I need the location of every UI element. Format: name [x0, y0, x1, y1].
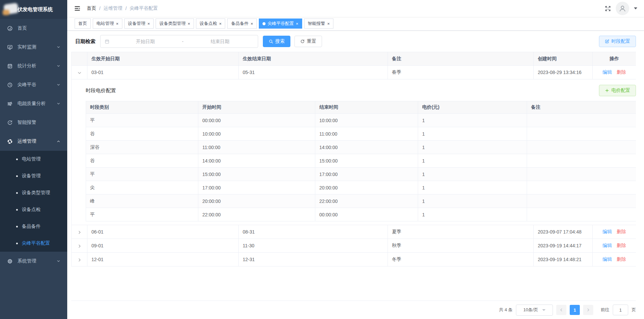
date-search-label: 日期检索: [75, 38, 95, 45]
edit-link[interactable]: 编辑: [603, 256, 612, 262]
sidebar-item-device-inspection[interactable]: 设备点检: [0, 201, 67, 218]
main-area: 首页 / 运维管理 / 尖峰平谷配置 首页 电站管理× 设备管理× 设备类型管理…: [67, 0, 644, 319]
prev-page-button[interactable]: [556, 305, 566, 315]
add-price-config-button[interactable]: 电价配置: [599, 85, 636, 96]
close-icon[interactable]: ×: [116, 22, 119, 26]
close-icon[interactable]: ×: [327, 22, 330, 26]
tab-label: 设备点检: [200, 21, 217, 27]
calendar-icon: [105, 39, 110, 44]
sidebar-item-system-management[interactable]: 系统管理: [0, 252, 67, 271]
monitor-icon: [7, 44, 13, 50]
sidebar-item-power-quality[interactable]: 电能质量分析: [0, 94, 67, 113]
close-icon[interactable]: ×: [219, 22, 222, 26]
table-row: 峰20:00:0022:00:001: [86, 194, 636, 208]
tab-device-management[interactable]: 设备管理×: [124, 19, 154, 29]
sidebar-item-label: 电站管理: [22, 156, 41, 162]
start-date-input[interactable]: [112, 39, 179, 44]
date-range-picker[interactable]: -: [100, 35, 258, 48]
delete-link[interactable]: 删除: [617, 229, 626, 234]
close-icon[interactable]: ×: [296, 22, 298, 26]
tab-smart-alarm[interactable]: 智能报警×: [304, 19, 334, 29]
sidebar-item-label: 运维管理: [17, 138, 36, 144]
pagination-total: 共 4 条: [499, 307, 513, 313]
close-icon[interactable]: ×: [188, 22, 190, 26]
fullscreen-icon[interactable]: [605, 5, 611, 12]
bullet-icon: [16, 226, 18, 227]
sidebar-item-home[interactable]: 首页: [0, 19, 67, 38]
tags-view: 首页 电站管理× 设备管理× 设备类型管理× 设备点检× 备品备件× 尖峰平谷配…: [67, 17, 644, 31]
page-size-select[interactable]: 10条/页: [516, 305, 553, 316]
col-header-period-type: 时段类别: [86, 101, 198, 114]
sidebar-item-device-type-management[interactable]: 设备类型管理: [0, 184, 67, 201]
sidebar-item-peak-valley[interactable]: 尖峰平谷: [0, 75, 67, 94]
search-button-label: 搜索: [275, 38, 285, 44]
cell-note: [527, 127, 636, 141]
edit-link[interactable]: 编辑: [603, 229, 612, 234]
expand-row-button[interactable]: [72, 66, 87, 79]
col-header-price: 电价(元): [418, 101, 527, 114]
sidebar-item-realtime-monitor[interactable]: 实时监测: [0, 38, 67, 57]
sidebar-item-label: 实时监测: [17, 44, 36, 50]
sidebar-item-ops-management[interactable]: 运维管理: [0, 132, 67, 151]
delete-link[interactable]: 删除: [617, 69, 626, 75]
sidebar-item-station-management[interactable]: 电站管理: [0, 151, 67, 168]
close-icon[interactable]: ×: [148, 22, 150, 26]
sidebar-item-spare-parts[interactable]: 备品备件: [0, 218, 67, 235]
tab-device-type-management[interactable]: 设备类型管理×: [156, 19, 194, 29]
col-header-end-time: 结束时间: [315, 101, 418, 114]
tab-label: 尖峰平谷配置: [268, 21, 294, 27]
reset-button[interactable]: 重置: [294, 36, 322, 47]
period-config-label: 时段配置: [611, 38, 630, 44]
delete-link[interactable]: 删除: [617, 243, 626, 248]
next-page-button[interactable]: [583, 305, 593, 315]
sidebar-item-peak-valley-config[interactable]: 尖峰平谷配置: [0, 235, 67, 252]
sidebar-item-label: 首页: [17, 25, 27, 31]
cell-start-date: 06-01: [87, 225, 239, 239]
chevron-down-icon: [56, 64, 61, 68]
goto-page-input[interactable]: [613, 305, 628, 315]
chevron-down-icon[interactable]: [634, 7, 637, 9]
cell-start-time: 14:00:00: [198, 154, 315, 168]
edit-link[interactable]: 编辑: [603, 69, 612, 75]
tab-home[interactable]: 首页: [75, 19, 91, 29]
tab-station-management[interactable]: 电站管理×: [93, 19, 122, 29]
search-button[interactable]: 搜索: [263, 36, 290, 47]
sidebar-item-label: 设备类型管理: [22, 190, 50, 196]
expand-row-button[interactable]: [72, 225, 87, 239]
breadcrumb-home[interactable]: 首页: [87, 5, 96, 11]
breadcrumb-current: 尖峰平谷配置: [130, 5, 158, 11]
end-date-input[interactable]: [186, 39, 254, 44]
sidebar: 伏发电管理系统 首页 实时监测 统计分析 尖峰平谷: [0, 0, 67, 319]
period-config-button[interactable]: 时段配置: [599, 36, 636, 47]
cell-end-time: 14:00:00: [315, 141, 418, 154]
table-row: 谷10:00:0011:00:001: [86, 127, 636, 141]
hamburger-icon[interactable]: [74, 5, 81, 12]
expand-row-button[interactable]: [72, 253, 87, 267]
search-bar: 日期检索 - 搜索 重置 时段配置: [71, 35, 636, 48]
tab-spare-parts[interactable]: 备品备件×: [227, 19, 257, 29]
close-icon[interactable]: ×: [250, 22, 253, 26]
tab-peak-valley-config[interactable]: 尖峰平谷配置×: [259, 19, 302, 29]
search-icon: [269, 39, 273, 44]
cell-note: [527, 154, 636, 168]
breadcrumb-ops: 运维管理: [104, 5, 122, 11]
cell-start-time: 15:00:00: [198, 168, 315, 181]
table-row: 深谷11:00:0014:00:001: [86, 141, 636, 154]
sidebar-item-statistics[interactable]: 统计分析: [0, 57, 67, 75]
delete-link[interactable]: 删除: [617, 256, 626, 262]
cell-start-date: 09-01: [87, 239, 239, 253]
page-content: 日期检索 - 搜索 重置 时段配置: [67, 31, 644, 319]
sidebar-item-device-management[interactable]: 设备管理: [0, 168, 67, 184]
user-avatar[interactable]: [616, 2, 629, 15]
bullet-icon: [16, 209, 18, 211]
sidebar-item-smart-alarm[interactable]: 智能报警: [0, 113, 67, 132]
page-number-button[interactable]: 1: [570, 305, 580, 315]
bullet-icon: [16, 192, 18, 194]
cell-price: 1: [418, 181, 527, 194]
sidebar-item-label: 设备管理: [22, 173, 41, 179]
expand-row-button[interactable]: [72, 239, 87, 253]
edit-link[interactable]: 编辑: [603, 243, 612, 248]
tab-device-inspection[interactable]: 设备点检×: [196, 19, 226, 29]
chevron-down-icon: [56, 259, 61, 263]
cell-start-time: 22:00:00: [198, 208, 315, 221]
